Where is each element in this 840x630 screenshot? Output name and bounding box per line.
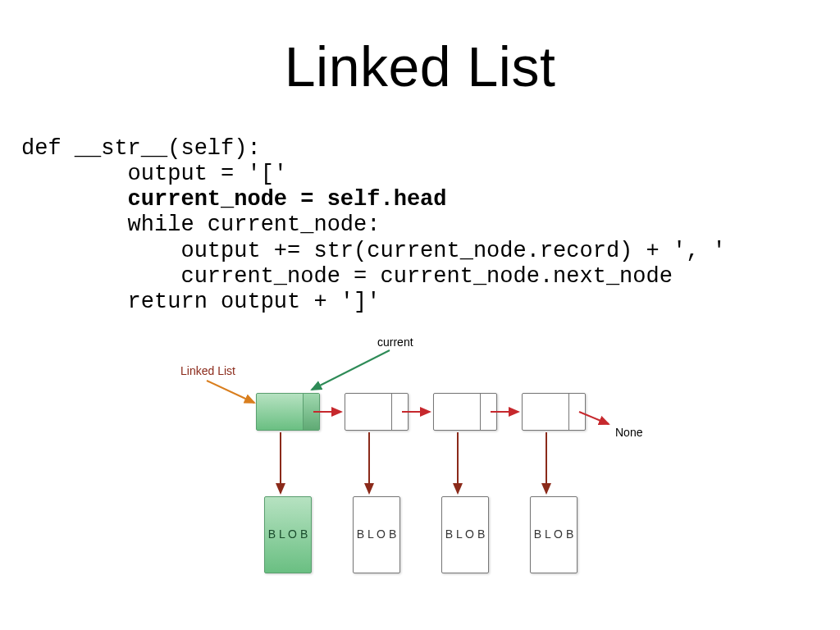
slide-title: Linked List xyxy=(0,34,840,98)
code-line-2: output = '[' xyxy=(21,162,287,186)
blob-3: B L O B xyxy=(441,496,489,573)
node-2 xyxy=(345,393,409,431)
node-3-ptr xyxy=(480,394,496,430)
current-label: current xyxy=(377,336,413,349)
none-label: None xyxy=(615,426,642,439)
blob-2: B L O B xyxy=(353,496,400,573)
linked-list-diagram: Linked List current None B L O B B L O B… xyxy=(166,336,674,598)
code-block: def __str__(self): output = '[' current_… xyxy=(21,136,840,316)
node-4 xyxy=(522,393,586,431)
svg-line-0 xyxy=(207,381,254,403)
code-line-1: def __str__(self): xyxy=(21,136,261,161)
code-line-7: return output + ']' xyxy=(21,290,380,314)
blob-4: B L O B xyxy=(530,496,578,573)
node-1 xyxy=(256,393,320,431)
code-line-4: while current_node: xyxy=(21,212,380,237)
arrows-svg xyxy=(166,336,674,598)
code-line-3: current_node = self.head xyxy=(21,187,446,212)
blob-1: B L O B xyxy=(264,496,312,573)
node-3 xyxy=(433,393,497,431)
node-4-ptr xyxy=(568,394,585,430)
node-2-ptr xyxy=(391,394,408,430)
linked-list-label: Linked List xyxy=(180,364,235,377)
node-1-ptr xyxy=(303,394,319,430)
code-line-5: output += str(current_node.record) + ', … xyxy=(21,239,726,263)
code-line-6: current_node = current_node.next_node xyxy=(21,264,673,289)
svg-line-1 xyxy=(312,350,390,390)
